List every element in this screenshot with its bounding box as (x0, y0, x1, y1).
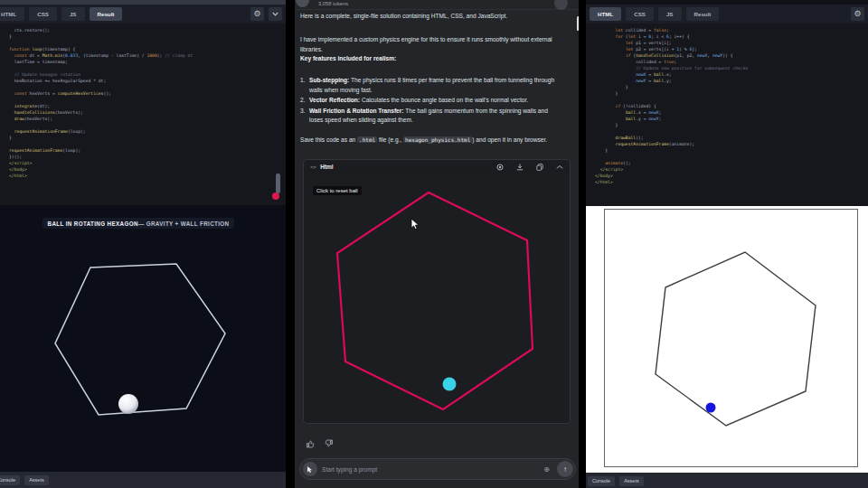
preview-ball (443, 378, 457, 391)
preview-hexagon (337, 192, 533, 409)
chat-paragraph: Here is a complete, single-file solution… (300, 12, 555, 22)
tab-html[interactable]: HTML (590, 7, 621, 21)
right-code-sandbox: HTMLCSSJSResult ⚙ let collided = false; … (586, 0, 868, 488)
left-hexagon-scene (0, 205, 286, 472)
code-icon: <> (310, 164, 316, 170)
preview-hexagon-scene (304, 174, 570, 423)
chat-paragraph: Save this code as an .html file (e.g., h… (300, 136, 555, 145)
left-code-editor[interactable]: ctx.restore();}function loop(timestamp) … (0, 23, 286, 205)
chat-scrollbar-thumb[interactable] (577, 16, 580, 31)
assets-button[interactable]: Assets (619, 476, 644, 486)
settings-gear-icon[interactable]: ⚙ (851, 7, 864, 21)
left-bottom-bar: Console Assets (0, 472, 286, 488)
scroll-marker-dot (272, 192, 279, 200)
collapse-chevron-icon[interactable] (556, 164, 563, 170)
right-code-editor[interactable]: let collided = false; for (let i = 0; i … (586, 23, 868, 206)
scroll-top-button[interactable] (554, 0, 568, 10)
token-count: 3,058 tokens (318, 1, 348, 6)
tab-js[interactable]: JS (61, 7, 85, 21)
reset-ball-chip[interactable]: Click to reset ball (313, 186, 362, 195)
html-preview-canvas[interactable]: Click to reset ball (304, 174, 570, 423)
screenshot-root: HTMLCSSJSResult ⚙ ctx.restore();}functio… (0, 0, 868, 488)
tab-js[interactable]: JS (658, 7, 682, 21)
assets-button[interactable]: Assets (24, 475, 49, 485)
left-hexagon (55, 264, 225, 415)
right-tabbar: HTMLCSSJSResult ⚙ (586, 5, 868, 23)
tab-css[interactable]: CSS (626, 7, 654, 21)
prompt-mode-icon[interactable] (303, 462, 317, 476)
code-language-label: Html (320, 164, 333, 170)
tab-css[interactable]: CSS (29, 7, 57, 21)
chat-paragraph: Key features included for realism: (300, 54, 555, 64)
feature-list: 1.Sub-stepping: The physics runs 8 times… (300, 76, 555, 127)
prompt-input-bar[interactable]: Start typing a prompt ⊕ ↑ (299, 458, 576, 480)
prompt-placeholder[interactable]: Start typing a prompt (322, 466, 543, 473)
send-button[interactable]: ↑ (557, 461, 573, 477)
console-button[interactable]: Console (0, 475, 20, 485)
avatar (296, 0, 309, 7)
thumbs-down-icon[interactable] (325, 439, 334, 448)
tab-result[interactable]: Result (90, 7, 123, 21)
left-tabbar: HTMLCSSJSResult ⚙ (0, 5, 286, 23)
attach-plus-icon[interactable]: ⊕ (543, 465, 550, 474)
right-bottom-bar: Console Assets (586, 473, 868, 488)
code-block-header: <> Html (304, 160, 570, 174)
run-preview-icon[interactable] (496, 164, 504, 171)
code-block-card: <> Html Click to reset ball (303, 159, 571, 424)
right-ball (706, 403, 716, 413)
copy-icon[interactable] (536, 164, 543, 171)
thumbs-up-icon[interactable] (306, 439, 315, 448)
settings-gear-icon[interactable]: ⚙ (250, 7, 264, 21)
right-result-area[interactable] (586, 206, 868, 473)
right-hexagon (656, 252, 816, 426)
download-icon[interactable] (516, 164, 524, 171)
feedback-row (306, 439, 334, 448)
mouse-cursor (410, 218, 421, 230)
left-result-canvas[interactable]: BALL IN ROTATING HEXAGON — GRAVITY + WAL… (0, 205, 286, 472)
chevron-down-icon[interactable] (269, 7, 282, 21)
chat-paragraph: I have implemented a custom physics engi… (300, 35, 555, 54)
right-hexagon-scene (586, 206, 868, 473)
feature-item: 3.Wall Friction & Rotation Transfer: The… (300, 107, 555, 126)
chat-header: 3,058 tokens (295, 0, 579, 10)
left-code-sandbox: HTMLCSSJSResult ⚙ ctx.restore();}functio… (0, 0, 286, 488)
tab-result[interactable]: Result (686, 7, 720, 21)
tab-html[interactable]: HTML (0, 7, 24, 21)
feature-item: 2.Vector Reflection: Calculates the boun… (300, 96, 555, 106)
feature-item: 1.Sub-stepping: The physics runs 8 times… (300, 76, 555, 95)
left-scrollbar-thumb[interactable] (276, 174, 280, 193)
left-ball (118, 394, 138, 414)
console-button[interactable]: Console (588, 476, 615, 486)
chat-panel: 3,058 tokens Here is a complete, single-… (295, 0, 579, 488)
